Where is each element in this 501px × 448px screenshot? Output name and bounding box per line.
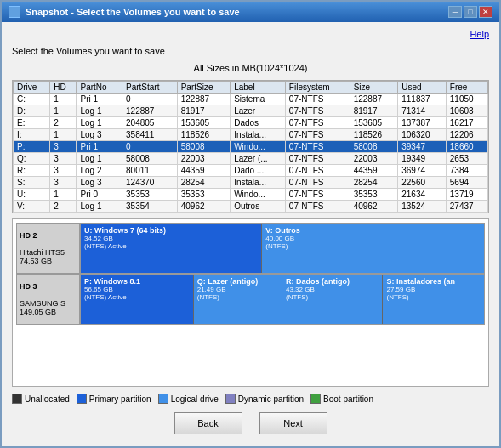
maximize-button[interactable]: □	[464, 6, 477, 18]
table-cell: 0	[122, 141, 178, 153]
table-cell: Log 1	[77, 105, 122, 117]
col-drive: Drive	[14, 82, 50, 94]
main-window: Snapshot - Select the Volumes you want t…	[0, 0, 501, 448]
table-cell: V:	[14, 201, 50, 213]
table-row[interactable]: U:1Pri 03535335353Windo...07-NTFS3535321…	[14, 189, 488, 201]
table-cell: P:	[14, 141, 50, 153]
title-bar-left: Snapshot - Select the Volumes you want t…	[9, 6, 240, 18]
table-cell: 58008	[177, 141, 230, 153]
table-row[interactable]: R:3Log 28001144359Dado ...07-NTFS4435936…	[14, 165, 488, 177]
table-row[interactable]: E:2Log 1204805153605Dados07-NTFS15360513…	[14, 117, 488, 129]
table-cell: Sistema	[231, 94, 286, 105]
table-cell: 106320	[398, 129, 447, 141]
table-cell: 07-NTFS	[285, 94, 350, 105]
col-partstart: PartStart	[122, 82, 178, 94]
table-cell: 07-NTFS	[285, 201, 350, 213]
col-used: Used	[398, 82, 447, 94]
disk-partition[interactable]: U: Windows 7 (64 bits)34.52 GB(NTFS) Act…	[81, 224, 262, 273]
table-cell: 13524	[398, 201, 447, 213]
table-cell: 07-NTFS	[285, 189, 350, 201]
table-cell: E:	[14, 117, 50, 129]
disk-partition[interactable]: S: Instaladores (an27.59 GB(NTFS)	[383, 275, 484, 324]
table-row[interactable]: C:1Pri 10122887Sistema07-NTFS12288711183…	[14, 94, 488, 105]
table-cell: 118526	[350, 129, 398, 141]
table-body: C:1Pri 10122887Sistema07-NTFS12288711183…	[14, 94, 488, 213]
table-cell: 153605	[177, 117, 230, 129]
table-cell: 153605	[350, 117, 398, 129]
table-cell: 12206	[446, 129, 487, 141]
table-cell: Log 1	[77, 201, 122, 213]
table-cell: 3	[50, 141, 77, 153]
table-cell: 5694	[446, 177, 487, 189]
table-cell: 118526	[177, 129, 230, 141]
table-cell: 22003	[177, 153, 230, 165]
table-cell: 7384	[446, 165, 487, 177]
legend-label-boot: Boot partition	[323, 394, 373, 404]
table-row[interactable]: Q:3Log 15800822003Lazer (...07-NTFS22003…	[14, 153, 488, 165]
col-partsize: PartSize	[177, 82, 230, 94]
table-cell: Instala...	[231, 129, 286, 141]
legend-label-primary: Primary partition	[89, 394, 151, 404]
table-cell: 35353	[177, 189, 230, 201]
disk-partition[interactable]: P: Windows 8.156.65 GB(NTFS) Active	[81, 275, 194, 324]
table-cell: Pri 0	[77, 189, 122, 201]
table-cell: 10603	[446, 105, 487, 117]
table-cell: 124370	[122, 177, 178, 189]
disk-partition[interactable]: R: Dados (antigo)43.32 GB(NTFS)	[282, 275, 384, 324]
minimize-button[interactable]: ─	[448, 6, 462, 18]
table-row[interactable]: P:3Pri 1058008Windo...07-NTFS58008393471…	[14, 141, 488, 153]
disk-visual-container: HD 2Hitachi HTS574.53 GBU: Windows 7 (64…	[12, 218, 489, 387]
table-cell: 1	[50, 129, 77, 141]
table-cell: Lazer	[231, 105, 286, 117]
next-button[interactable]: Next	[259, 412, 327, 434]
legend-box-unallocated	[12, 394, 22, 404]
col-filesystem: Filesystem	[285, 82, 350, 94]
table-row[interactable]: D:1Log 112288781917Lazer07-NTFS819177131…	[14, 105, 488, 117]
disk-partition[interactable]: V: Outros40.00 GB(NTFS)	[262, 224, 484, 273]
table-cell: Log 1	[77, 153, 122, 165]
table-row[interactable]: V:2Log 13535440962Outros07-NTFS409621352…	[14, 201, 488, 213]
title-bar: Snapshot - Select the Volumes you want t…	[2, 2, 499, 22]
table-cell: 81917	[177, 105, 230, 117]
table-cell: 22560	[398, 177, 447, 189]
close-button[interactable]: ✕	[479, 6, 492, 18]
table-cell: 58008	[350, 141, 398, 153]
table-row[interactable]: S:3Log 312437028254Instala...07-NTFS2825…	[14, 177, 488, 189]
table-cell: 58008	[122, 153, 178, 165]
legend-box-boot	[310, 394, 321, 404]
table-cell: 28254	[350, 177, 398, 189]
back-button[interactable]: Back	[174, 412, 242, 434]
table-cell: 2	[50, 201, 77, 213]
col-free: Free	[446, 82, 487, 94]
disk-rows-area: HD 2Hitachi HTS574.53 GBU: Windows 7 (64…	[16, 223, 485, 325]
table-cell: 36974	[398, 165, 447, 177]
table-cell: 07-NTFS	[285, 177, 350, 189]
size-note: All Sizes in MB(1024*1024)	[12, 63, 489, 73]
table-cell: 21634	[398, 189, 447, 201]
table-cell: 122887	[350, 94, 398, 105]
table-cell: 11050	[446, 94, 487, 105]
table-row[interactable]: I:1Log 3358411118526Instala...07-NTFS118…	[14, 129, 488, 141]
table-cell: Windo...	[231, 189, 286, 201]
table-cell: 71314	[398, 105, 447, 117]
table-cell: 2653	[446, 153, 487, 165]
col-label: Label	[231, 82, 286, 94]
table-cell: 1	[50, 94, 77, 105]
table-cell: 358411	[122, 129, 178, 141]
table-cell: 07-NTFS	[285, 141, 350, 153]
help-link[interactable]: Help	[470, 29, 489, 39]
table-cell: 137387	[398, 117, 447, 129]
table-cell: 07-NTFS	[285, 117, 350, 129]
table-cell: 80011	[122, 165, 178, 177]
table-cell: Dados	[231, 117, 286, 129]
table-cell: Log 2	[77, 165, 122, 177]
table-cell: 28254	[177, 177, 230, 189]
button-row: Back Next	[12, 412, 489, 434]
table-cell: 81917	[350, 105, 398, 117]
table-cell: 22003	[350, 153, 398, 165]
table-cell: 40962	[350, 201, 398, 213]
legend-label-logical: Logical drive	[171, 394, 219, 404]
table-cell: 2	[50, 117, 77, 129]
disk-partition[interactable]: Q: Lazer (antigo)21.49 GB(NTFS)	[194, 275, 282, 324]
table-cell: 111837	[398, 94, 447, 105]
